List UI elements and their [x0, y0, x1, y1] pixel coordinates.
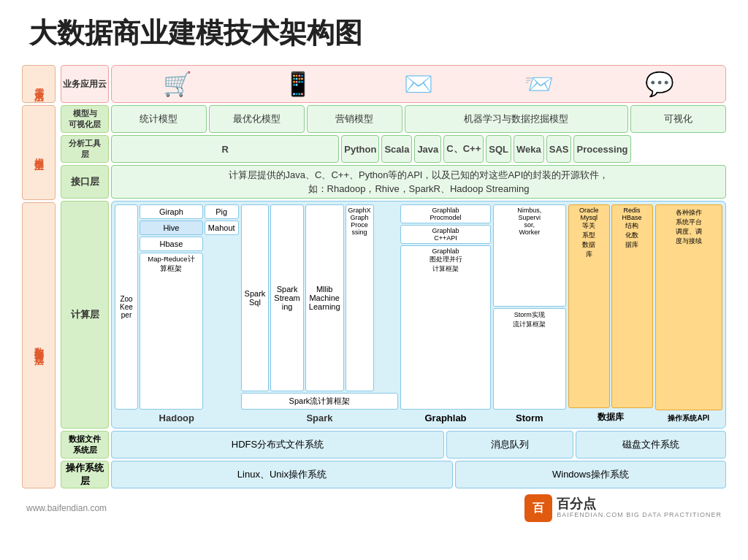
graphlab-label: Graphlab: [400, 411, 490, 425]
spark-section: Spark Sql Spark Stream ing Mllib Machine: [241, 204, 399, 425]
spark-top: Spark Sql Spark Stream ing Mllib Machine: [241, 204, 399, 391]
osapi-box: 各种操作系统平台调度、调度与接续: [655, 204, 722, 410]
analysis-tools-label: 分析工具层: [61, 135, 109, 163]
business-app-row: 业务应用云 🛒 📱 ✉️ 📨 💬: [61, 65, 726, 103]
compute-row: 计算层 Zoo Kee per: [61, 201, 726, 429]
pig-box: Pig: [205, 204, 239, 219]
hadoop-inner: Zoo Kee per Giraph Hive Hbase Map-Reduce…: [115, 204, 239, 410]
graphx-box: GraphX Graph Proce ssing: [346, 204, 374, 391]
tool-java: Java: [414, 135, 441, 163]
interface-content: 计算层提供的Java、C、C++、Python等的API，以及已知的对这些API…: [111, 165, 726, 199]
nimbus-box: Nimbus,Supervisor,Worker: [493, 204, 566, 307]
datafile-row: 数据文件系统层 HDFS分布式文件系统 消息队列 磁盘文件系统: [61, 431, 726, 459]
footer-logo: 百 百分点 BAIFENDIAN.COM BIG DATA PRACTITION…: [524, 494, 722, 522]
tool-sas: SAS: [546, 135, 572, 163]
graphlab-ops-box: Graphlab图处理并行计算框架: [400, 245, 490, 410]
tool-cpp: C、C++: [443, 135, 484, 163]
mobile-icon: 📱: [283, 70, 313, 98]
osapi-section: 各种操作系统平台调度、调度与接续 操作系统API: [655, 204, 722, 425]
db-inner: OracleMysql等关系型数据库 RedisHBase结构化数据库: [568, 204, 653, 408]
footer: www.baifendian.com 百 百分点 BAIFENDIAN.COM …: [22, 494, 726, 522]
business-app-label: 业务应用云: [61, 65, 109, 103]
logo-text: 百分点 BAIFENDIAN.COM BIG DATA PRACTITIONER: [557, 497, 722, 519]
cart-icon: 🛒: [163, 70, 192, 98]
model-visual-content: 统计模型 最优化模型 营销模型 机器学习与数据挖掘模型 可视化: [111, 105, 726, 133]
hadoop-section: Zoo Kee per Giraph Hive Hbase Map-Reduce…: [115, 204, 239, 425]
graphlab-section: GraphlabProcmodel GraphlabC++API Graphla…: [400, 204, 490, 425]
mahout-box: Mahout: [205, 220, 239, 235]
label-sj: 数据管理层: [22, 202, 56, 488]
opt-model: 最优化模型: [209, 105, 305, 133]
zookeeper-box: Zoo Kee per: [115, 204, 138, 410]
storm-inner: Nimbus,Supervisor,Worker Storm实现流计算框架: [493, 204, 566, 410]
model-visual-label: 模型与可视化层: [61, 105, 109, 133]
analysis-tools-content: R Python Scala Java C、C++ SQL Weka SAS P…: [111, 135, 726, 163]
mapreduce-box: Map-Reduce计算框架: [140, 253, 203, 410]
spark-streaming-box: Spark Stream ing: [270, 204, 303, 391]
storm-label: Storm: [493, 411, 566, 425]
storm-ops-box: Storm实现流计算框架: [493, 308, 566, 410]
linux-box: Linux、Unix操作系统: [111, 461, 453, 488]
os-row: 操作系统层 Linux、Unix操作系统 Windows操作系统: [61, 461, 726, 488]
sms-icon: 📨: [524, 70, 554, 98]
compute-content: Zoo Kee per Giraph Hive Hbase Map-Reduce…: [111, 201, 726, 429]
tool-r: R: [111, 135, 339, 163]
hadoop-tools-col: Giraph Hive Hbase Map-Reduce计算框架: [140, 204, 203, 410]
os-label: 操作系统层: [61, 461, 109, 488]
tool-scala: Scala: [381, 135, 412, 163]
graphlab-inner: GraphlabProcmodel GraphlabC++API Graphla…: [400, 204, 490, 410]
osapi-label: 操作系统API: [655, 412, 722, 425]
graphx-col: GraphX Graph Proce ssing: [346, 204, 374, 391]
hadoop-label: Hadoop: [115, 411, 239, 425]
graphlab-procmodel-box: GraphlabProcmodel: [400, 204, 490, 223]
hbase-box: Hbase: [140, 237, 203, 251]
pig-mahout-col: Pig Mahout: [205, 204, 239, 410]
db-label: 数据库: [568, 410, 653, 425]
spark-framework-box: Spark流计算框架: [241, 393, 399, 410]
giraph-box: Giraph: [140, 204, 203, 219]
datafile-label: 数据文件系统层: [61, 431, 109, 459]
redis-hbase-box: RedisHBase结构化数据库: [611, 204, 653, 408]
page-title: 大数据商业建模技术架构图: [29, 15, 726, 52]
visual-model: 可视化: [630, 105, 726, 133]
business-app-content: 🛒 📱 ✉️ 📨 💬: [111, 65, 726, 103]
spark-sql-box: Spark Sql: [241, 204, 270, 391]
label-mx: 模型层: [22, 105, 56, 200]
stat-model: 统计模型: [111, 105, 207, 133]
spark-label: Spark: [241, 411, 399, 425]
model-visual-row: 模型与可视化层 统计模型 最优化模型 营销模型 机器学习与数据挖掘模型 可视化: [61, 105, 726, 133]
marketing-model: 营销模型: [307, 105, 402, 133]
mllib-box: Mllib Machine Learning: [305, 204, 344, 391]
left-labels: 需求层 模型层 数据管理层: [22, 65, 56, 488]
ml-model: 机器学习与数据挖掘模型: [405, 105, 628, 133]
hive-box: Hive: [140, 220, 203, 235]
tool-weka: Weka: [514, 135, 544, 163]
interface-label: 接口层: [61, 165, 109, 199]
hdfs-box: HDFS分布式文件系统: [111, 431, 444, 459]
oracle-mysql-box: OracleMysql等关系型数据库: [568, 204, 610, 408]
storm-section: Nimbus,Supervisor,Worker Storm实现流计算框架 St…: [493, 204, 566, 425]
interface-row: 接口层 计算层提供的Java、C、C++、Python等的API，以及已知的对这…: [61, 165, 726, 199]
tool-sql: SQL: [486, 135, 511, 163]
page: 大数据商业建模技术架构图 需求层 模型层 数据管理层 业务应用云: [0, 0, 748, 560]
msg-queue-box: 消息队列: [446, 431, 573, 459]
windows-box: Windows操作系统: [455, 461, 726, 488]
disk-fs-box: 磁盘文件系统: [576, 431, 726, 459]
tool-processing: Processing: [573, 135, 630, 163]
logo-icon: 百: [524, 494, 552, 522]
db-section: OracleMysql等关系型数据库 RedisHBase结构化数据库 数据库: [568, 204, 653, 425]
wechat-icon: 💬: [645, 70, 674, 98]
label-xq: 需求层: [22, 65, 56, 103]
footer-url: www.baifendian.com: [26, 503, 107, 513]
graphlab-cppapi-box: GraphlabC++API: [400, 225, 490, 244]
compute-label: 计算层: [61, 201, 109, 429]
analysis-tools-row: 分析工具层 R Python Scala Java C、C++ SQL Weka…: [61, 135, 726, 163]
tool-python: Python: [341, 135, 379, 163]
email-icon: ✉️: [404, 70, 433, 98]
